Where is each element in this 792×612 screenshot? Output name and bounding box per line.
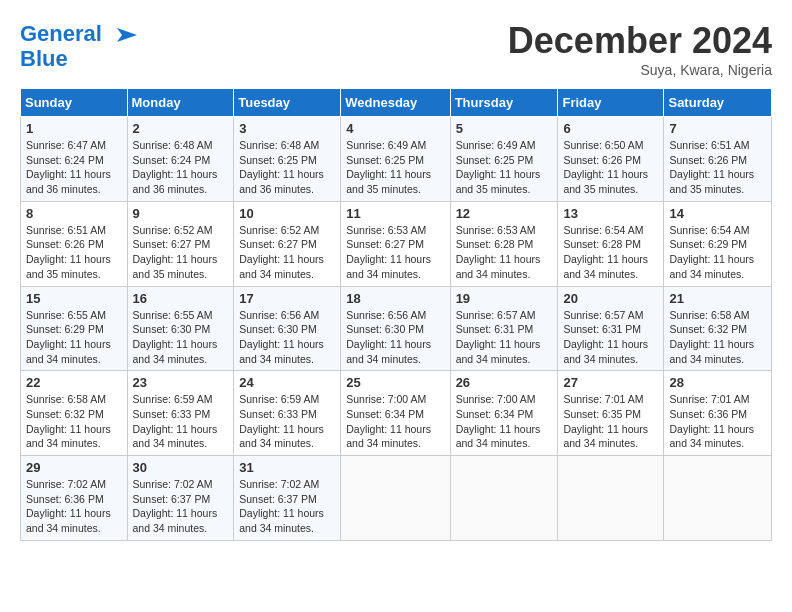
day-number: 2 xyxy=(133,121,229,136)
day-number: 24 xyxy=(239,375,335,390)
day-info: Sunrise: 7:01 AM Sunset: 6:36 PM Dayligh… xyxy=(669,392,766,451)
day-info: Sunrise: 6:50 AM Sunset: 6:26 PM Dayligh… xyxy=(563,138,658,197)
day-number: 7 xyxy=(669,121,766,136)
day-info: Sunrise: 6:47 AM Sunset: 6:24 PM Dayligh… xyxy=(26,138,122,197)
day-info: Sunrise: 6:57 AM Sunset: 6:31 PM Dayligh… xyxy=(563,308,658,367)
calendar-cell: 5Sunrise: 6:49 AM Sunset: 6:25 PM Daylig… xyxy=(450,117,558,202)
calendar-cell: 28Sunrise: 7:01 AM Sunset: 6:36 PM Dayli… xyxy=(664,371,772,456)
calendar-cell: 27Sunrise: 7:01 AM Sunset: 6:35 PM Dayli… xyxy=(558,371,664,456)
day-number: 28 xyxy=(669,375,766,390)
month-title: December 2024 xyxy=(508,20,772,62)
calendar-cell: 17Sunrise: 6:56 AM Sunset: 6:30 PM Dayli… xyxy=(234,286,341,371)
col-saturday: Saturday xyxy=(664,89,772,117)
col-thursday: Thursday xyxy=(450,89,558,117)
calendar-cell: 26Sunrise: 7:00 AM Sunset: 6:34 PM Dayli… xyxy=(450,371,558,456)
col-sunday: Sunday xyxy=(21,89,128,117)
calendar-cell: 21Sunrise: 6:58 AM Sunset: 6:32 PM Dayli… xyxy=(664,286,772,371)
calendar-header-row: Sunday Monday Tuesday Wednesday Thursday… xyxy=(21,89,772,117)
day-info: Sunrise: 7:00 AM Sunset: 6:34 PM Dayligh… xyxy=(346,392,444,451)
logo: General Blue xyxy=(20,20,142,72)
day-number: 1 xyxy=(26,121,122,136)
day-number: 20 xyxy=(563,291,658,306)
day-number: 31 xyxy=(239,460,335,475)
day-info: Sunrise: 6:48 AM Sunset: 6:25 PM Dayligh… xyxy=(239,138,335,197)
day-number: 22 xyxy=(26,375,122,390)
col-wednesday: Wednesday xyxy=(341,89,450,117)
day-number: 19 xyxy=(456,291,553,306)
calendar-cell: 15Sunrise: 6:55 AM Sunset: 6:29 PM Dayli… xyxy=(21,286,128,371)
day-info: Sunrise: 6:53 AM Sunset: 6:28 PM Dayligh… xyxy=(456,223,553,282)
calendar-week-row: 1Sunrise: 6:47 AM Sunset: 6:24 PM Daylig… xyxy=(21,117,772,202)
calendar-cell: 24Sunrise: 6:59 AM Sunset: 6:33 PM Dayli… xyxy=(234,371,341,456)
day-info: Sunrise: 6:56 AM Sunset: 6:30 PM Dayligh… xyxy=(239,308,335,367)
day-number: 30 xyxy=(133,460,229,475)
day-info: Sunrise: 6:49 AM Sunset: 6:25 PM Dayligh… xyxy=(346,138,444,197)
day-number: 5 xyxy=(456,121,553,136)
calendar-cell: 20Sunrise: 6:57 AM Sunset: 6:31 PM Dayli… xyxy=(558,286,664,371)
day-number: 10 xyxy=(239,206,335,221)
calendar-cell: 23Sunrise: 6:59 AM Sunset: 6:33 PM Dayli… xyxy=(127,371,234,456)
calendar-week-row: 29Sunrise: 7:02 AM Sunset: 6:36 PM Dayli… xyxy=(21,456,772,541)
calendar-cell: 12Sunrise: 6:53 AM Sunset: 6:28 PM Dayli… xyxy=(450,201,558,286)
day-info: Sunrise: 6:58 AM Sunset: 6:32 PM Dayligh… xyxy=(669,308,766,367)
day-info: Sunrise: 7:02 AM Sunset: 6:36 PM Dayligh… xyxy=(26,477,122,536)
calendar-cell xyxy=(450,456,558,541)
calendar-cell: 31Sunrise: 7:02 AM Sunset: 6:37 PM Dayli… xyxy=(234,456,341,541)
day-number: 13 xyxy=(563,206,658,221)
calendar-cell: 18Sunrise: 6:56 AM Sunset: 6:30 PM Dayli… xyxy=(341,286,450,371)
day-info: Sunrise: 6:55 AM Sunset: 6:30 PM Dayligh… xyxy=(133,308,229,367)
day-number: 21 xyxy=(669,291,766,306)
calendar-cell: 13Sunrise: 6:54 AM Sunset: 6:28 PM Dayli… xyxy=(558,201,664,286)
calendar-cell: 22Sunrise: 6:58 AM Sunset: 6:32 PM Dayli… xyxy=(21,371,128,456)
col-friday: Friday xyxy=(558,89,664,117)
calendar-cell xyxy=(558,456,664,541)
calendar-cell xyxy=(664,456,772,541)
day-info: Sunrise: 6:59 AM Sunset: 6:33 PM Dayligh… xyxy=(133,392,229,451)
calendar-cell: 14Sunrise: 6:54 AM Sunset: 6:29 PM Dayli… xyxy=(664,201,772,286)
day-number: 9 xyxy=(133,206,229,221)
day-info: Sunrise: 7:02 AM Sunset: 6:37 PM Dayligh… xyxy=(239,477,335,536)
day-info: Sunrise: 6:48 AM Sunset: 6:24 PM Dayligh… xyxy=(133,138,229,197)
day-number: 17 xyxy=(239,291,335,306)
day-info: Sunrise: 6:51 AM Sunset: 6:26 PM Dayligh… xyxy=(669,138,766,197)
calendar-cell xyxy=(341,456,450,541)
col-monday: Monday xyxy=(127,89,234,117)
calendar-cell: 16Sunrise: 6:55 AM Sunset: 6:30 PM Dayli… xyxy=(127,286,234,371)
day-number: 27 xyxy=(563,375,658,390)
day-number: 23 xyxy=(133,375,229,390)
calendar-cell: 8Sunrise: 6:51 AM Sunset: 6:26 PM Daylig… xyxy=(21,201,128,286)
day-number: 26 xyxy=(456,375,553,390)
day-number: 11 xyxy=(346,206,444,221)
day-info: Sunrise: 7:00 AM Sunset: 6:34 PM Dayligh… xyxy=(456,392,553,451)
day-info: Sunrise: 6:52 AM Sunset: 6:27 PM Dayligh… xyxy=(239,223,335,282)
calendar-cell: 2Sunrise: 6:48 AM Sunset: 6:24 PM Daylig… xyxy=(127,117,234,202)
calendar-week-row: 22Sunrise: 6:58 AM Sunset: 6:32 PM Dayli… xyxy=(21,371,772,456)
calendar-cell: 7Sunrise: 6:51 AM Sunset: 6:26 PM Daylig… xyxy=(664,117,772,202)
calendar-cell: 25Sunrise: 7:00 AM Sunset: 6:34 PM Dayli… xyxy=(341,371,450,456)
day-info: Sunrise: 6:55 AM Sunset: 6:29 PM Dayligh… xyxy=(26,308,122,367)
calendar-cell: 6Sunrise: 6:50 AM Sunset: 6:26 PM Daylig… xyxy=(558,117,664,202)
day-number: 12 xyxy=(456,206,553,221)
day-info: Sunrise: 6:53 AM Sunset: 6:27 PM Dayligh… xyxy=(346,223,444,282)
title-block: December 2024 Suya, Kwara, Nigeria xyxy=(508,20,772,78)
day-info: Sunrise: 6:57 AM Sunset: 6:31 PM Dayligh… xyxy=(456,308,553,367)
calendar-cell: 3Sunrise: 6:48 AM Sunset: 6:25 PM Daylig… xyxy=(234,117,341,202)
day-info: Sunrise: 7:02 AM Sunset: 6:37 PM Dayligh… xyxy=(133,477,229,536)
day-info: Sunrise: 6:56 AM Sunset: 6:30 PM Dayligh… xyxy=(346,308,444,367)
day-info: Sunrise: 6:52 AM Sunset: 6:27 PM Dayligh… xyxy=(133,223,229,282)
calendar-cell: 29Sunrise: 7:02 AM Sunset: 6:36 PM Dayli… xyxy=(21,456,128,541)
calendar-cell: 9Sunrise: 6:52 AM Sunset: 6:27 PM Daylig… xyxy=(127,201,234,286)
day-number: 14 xyxy=(669,206,766,221)
col-tuesday: Tuesday xyxy=(234,89,341,117)
calendar-cell: 4Sunrise: 6:49 AM Sunset: 6:25 PM Daylig… xyxy=(341,117,450,202)
page-header: General Blue December 2024 Suya, Kwara, … xyxy=(20,20,772,78)
day-info: Sunrise: 6:49 AM Sunset: 6:25 PM Dayligh… xyxy=(456,138,553,197)
day-info: Sunrise: 6:54 AM Sunset: 6:29 PM Dayligh… xyxy=(669,223,766,282)
day-number: 6 xyxy=(563,121,658,136)
day-number: 29 xyxy=(26,460,122,475)
calendar-cell: 30Sunrise: 7:02 AM Sunset: 6:37 PM Dayli… xyxy=(127,456,234,541)
day-info: Sunrise: 6:54 AM Sunset: 6:28 PM Dayligh… xyxy=(563,223,658,282)
calendar-cell: 10Sunrise: 6:52 AM Sunset: 6:27 PM Dayli… xyxy=(234,201,341,286)
day-info: Sunrise: 6:58 AM Sunset: 6:32 PM Dayligh… xyxy=(26,392,122,451)
calendar-table: Sunday Monday Tuesday Wednesday Thursday… xyxy=(20,88,772,541)
